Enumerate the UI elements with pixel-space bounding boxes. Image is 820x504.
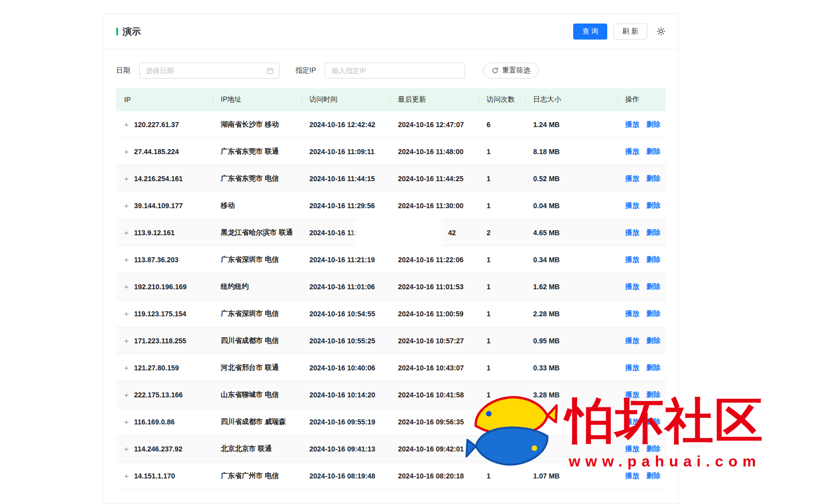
play-link[interactable]: 播放 bbox=[625, 336, 639, 345]
log-size-cell bbox=[525, 408, 617, 435]
last-update-cell: 2024-10-16 11:01:53 bbox=[390, 273, 479, 300]
table-body: +120.227.61.37湖南省长沙市 移动2024-10-16 12:42:… bbox=[116, 111, 666, 489]
query-button[interactable]: 查 询 bbox=[573, 24, 607, 40]
actions-cell: 播放删除 bbox=[617, 354, 666, 381]
actions-cell: 播放删除 bbox=[617, 219, 666, 246]
ip-cell: +39.144.109.177 bbox=[116, 192, 213, 219]
expand-row-icon[interactable]: + bbox=[124, 471, 129, 480]
expand-row-icon[interactable]: + bbox=[124, 120, 129, 129]
expand-row-icon[interactable]: + bbox=[124, 363, 129, 372]
location-cell: 广东省深圳市 电信 bbox=[213, 300, 301, 327]
delete-link[interactable]: 删除 bbox=[646, 417, 660, 426]
play-link[interactable]: 播放 bbox=[625, 390, 639, 399]
ip-cell: +27.44.185.224 bbox=[116, 138, 213, 165]
table-row: +121.27.80.159河北省邢台市 联通2024-10-16 10:40:… bbox=[116, 354, 666, 381]
expand-row-icon[interactable]: + bbox=[124, 390, 129, 399]
play-link[interactable]: 播放 bbox=[625, 201, 639, 210]
expand-row-icon[interactable]: + bbox=[124, 228, 129, 237]
delete-link[interactable]: 删除 bbox=[646, 282, 660, 291]
location-cell: 四川省成都市 威瑞森 bbox=[213, 408, 301, 435]
ip-filter-input[interactable] bbox=[325, 63, 465, 78]
last-update-cell: 2024-10-16 10:43:07 bbox=[390, 354, 479, 381]
ip-cell: +192.210.196.169 bbox=[116, 273, 213, 300]
ip-value: 114.246.237.92 bbox=[134, 445, 183, 453]
ip-value: 113.9.12.161 bbox=[134, 229, 175, 237]
delete-link[interactable]: 删除 bbox=[646, 471, 660, 480]
actions-cell: 播放删除 bbox=[617, 273, 666, 300]
visit-time-cell: 2024-10-16 11:01:06 bbox=[301, 273, 390, 300]
ip-cell: +113.87.36.203 bbox=[116, 246, 213, 273]
actions-cell: 播放删除 bbox=[617, 246, 666, 273]
page-title: 演示 bbox=[123, 26, 141, 38]
location-cell: 广东省东莞市 电信 bbox=[213, 165, 301, 192]
delete-link[interactable]: 删除 bbox=[646, 120, 660, 129]
settings-gear-icon[interactable] bbox=[656, 27, 666, 36]
last-update-cell: 2024-10-16 11:30:00 bbox=[390, 192, 479, 219]
delete-link[interactable]: 删除 bbox=[646, 228, 660, 237]
play-link[interactable]: 播放 bbox=[625, 120, 639, 129]
actions-cell: 播放删除 bbox=[617, 435, 666, 462]
location-cell: 纽约纽约 bbox=[213, 273, 301, 300]
visit-count-cell: 1 bbox=[479, 246, 525, 273]
table-row: +114.246.237.92北京北京市 联通2024-10-16 09:41:… bbox=[116, 435, 666, 462]
delete-link[interactable]: 删除 bbox=[646, 174, 660, 183]
log-size-cell: 1.62 MB bbox=[525, 273, 617, 300]
ip-value: 39.144.109.177 bbox=[134, 202, 183, 210]
expand-row-icon[interactable]: + bbox=[124, 336, 129, 345]
date-filter-label: 日期 bbox=[116, 66, 130, 75]
play-link[interactable]: 播放 bbox=[625, 417, 639, 426]
reset-button-label: 重置筛选 bbox=[502, 66, 530, 75]
ip-value: 192.210.196.169 bbox=[134, 283, 187, 291]
visit-time-cell: 2024-10-16 09:55:19 bbox=[301, 408, 390, 435]
play-link[interactable]: 播放 bbox=[625, 444, 639, 453]
log-size-cell: 8.18 MB bbox=[525, 138, 617, 165]
visit-time-cell: 2024-10-16 12:42:42 bbox=[301, 111, 390, 138]
play-link[interactable]: 播放 bbox=[625, 174, 639, 183]
refresh-button[interactable]: 刷 新 bbox=[613, 24, 647, 40]
title-accent-bar bbox=[116, 28, 118, 36]
delete-link[interactable]: 删除 bbox=[646, 255, 660, 264]
reset-filters-button[interactable]: 重置筛选 bbox=[483, 63, 539, 79]
expand-row-icon[interactable]: + bbox=[124, 147, 129, 156]
log-size-cell: 1.24 MB bbox=[525, 111, 617, 138]
expand-row-icon[interactable]: + bbox=[124, 174, 129, 183]
expand-row-icon[interactable]: + bbox=[124, 309, 129, 318]
delete-link[interactable]: 删除 bbox=[646, 363, 660, 372]
log-size-cell: 0.04 MB bbox=[525, 192, 617, 219]
expand-row-icon[interactable]: + bbox=[124, 417, 129, 426]
delete-link[interactable]: 删除 bbox=[646, 444, 660, 453]
delete-link[interactable]: 删除 bbox=[646, 390, 660, 399]
location-cell: 移动 bbox=[213, 192, 301, 219]
visit-count-cell: 1 bbox=[479, 138, 525, 165]
ip-cell: +171.223.118.255 bbox=[116, 327, 213, 354]
reset-icon bbox=[492, 67, 499, 74]
expand-row-icon[interactable]: + bbox=[124, 255, 129, 264]
last-update-cell: 2024-10-16 11:22:06 bbox=[390, 246, 479, 273]
delete-link[interactable]: 删除 bbox=[646, 309, 660, 318]
location-cell: 广东省东莞市 联通 bbox=[213, 138, 301, 165]
actions-cell: 播放删除 bbox=[617, 462, 666, 489]
column-header-2: 访问时间 bbox=[301, 88, 390, 111]
play-link[interactable]: 播放 bbox=[625, 228, 639, 237]
delete-link[interactable]: 删除 bbox=[646, 336, 660, 345]
date-picker-input[interactable] bbox=[140, 63, 279, 78]
play-link[interactable]: 播放 bbox=[625, 282, 639, 291]
table-row: +222.175.13.166山东省聊城市 电信2024-10-16 10:14… bbox=[116, 381, 666, 408]
log-size-cell: 2.28 MB bbox=[525, 300, 617, 327]
play-link[interactable]: 播放 bbox=[625, 147, 639, 156]
location-cell: 北京北京市 联通 bbox=[213, 435, 301, 462]
delete-link[interactable]: 删除 bbox=[646, 147, 660, 156]
expand-row-icon[interactable]: + bbox=[124, 282, 129, 291]
delete-link[interactable]: 删除 bbox=[646, 201, 660, 210]
last-update-cell: 2024-10-16 08:20:18 bbox=[390, 462, 479, 489]
expand-row-icon[interactable]: + bbox=[124, 201, 129, 210]
play-link[interactable]: 播放 bbox=[625, 363, 639, 372]
last-update-cell: 2024-10-16 11:44:25 bbox=[390, 165, 479, 192]
play-link[interactable]: 播放 bbox=[625, 255, 639, 264]
visit-time-cell: 2024-10-16 09:41:13 bbox=[301, 435, 390, 462]
visit-time-cell: 2024-10-16 10:54:55 bbox=[301, 300, 390, 327]
play-link[interactable]: 播放 bbox=[625, 471, 639, 480]
visit-count-cell: 1 bbox=[479, 354, 525, 381]
play-link[interactable]: 播放 bbox=[625, 309, 639, 318]
expand-row-icon[interactable]: + bbox=[124, 444, 129, 453]
